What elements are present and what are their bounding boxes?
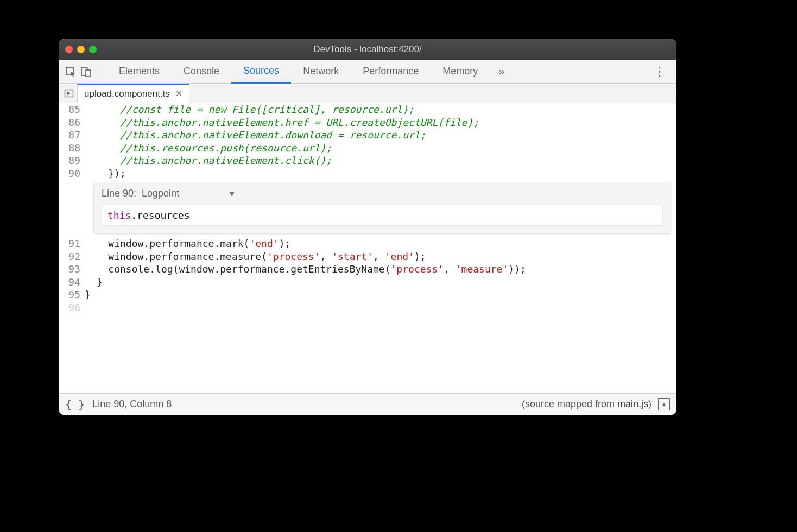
settings-menu-icon[interactable]: ⋮: [647, 65, 672, 79]
file-tab-strip: upload.component.ts ✕: [59, 84, 676, 103]
code-lines[interactable]: window.performance.mark('end'); window.p…: [85, 237, 676, 314]
tab-memory[interactable]: Memory: [431, 60, 490, 84]
code-block-top: 858687888990 //const file = new File([cr…: [59, 103, 676, 180]
navigator-toggle-icon[interactable]: [61, 84, 77, 103]
status-bar: { } Line 90, Column 8 (source mapped fro…: [59, 393, 676, 415]
close-window-button[interactable]: [65, 46, 73, 53]
minimize-window-button[interactable]: [77, 46, 85, 53]
tab-console[interactable]: Console: [172, 60, 231, 84]
source-map-info: (source mapped from main.js): [522, 398, 651, 410]
close-tab-icon[interactable]: ✕: [175, 88, 182, 99]
logpoint-line-label: Line 90:: [102, 188, 136, 199]
window-title: DevTools - localhost:4200/: [59, 44, 676, 55]
more-panels-icon[interactable]: »: [498, 65, 504, 78]
tab-network[interactable]: Network: [291, 60, 351, 84]
device-toolbar-icon[interactable]: [78, 64, 93, 79]
cursor-position: Line 90, Column 8: [92, 398, 172, 410]
line-gutter[interactable]: 858687888990: [59, 103, 85, 180]
tab-performance[interactable]: Performance: [351, 60, 431, 84]
breakpoint-type-label: Logpoint: [142, 188, 179, 199]
source-editor[interactable]: 858687888990 //const file = new File([cr…: [59, 103, 676, 393]
file-tab-name: upload.component.ts: [84, 88, 170, 99]
pretty-print-icon[interactable]: { }: [65, 398, 85, 411]
show-sidebar-icon[interactable]: [658, 398, 670, 410]
code-lines[interactable]: //const file = new File([critical], reso…: [85, 103, 676, 180]
file-tab[interactable]: upload.component.ts ✕: [77, 84, 189, 103]
code-block-bottom: 919293949596 window.performance.mark('en…: [59, 237, 676, 314]
tab-sources[interactable]: Sources: [231, 60, 291, 84]
toolbar-divider: [98, 65, 98, 78]
logpoint-this-token: this: [107, 210, 131, 221]
devtools-toolbar: ElementsConsoleSourcesNetworkPerformance…: [59, 60, 676, 84]
breakpoint-editor: Line 90: Logpoint ▼ this.resources: [93, 182, 671, 234]
tab-elements[interactable]: Elements: [107, 60, 172, 84]
breakpoint-type-dropdown[interactable]: Logpoint ▼: [142, 188, 236, 199]
inspect-element-icon[interactable]: [63, 64, 78, 79]
chevron-down-icon: ▼: [228, 189, 236, 198]
source-map-link[interactable]: main.js: [617, 398, 648, 409]
panel-tabs: ElementsConsoleSourcesNetworkPerformance…: [107, 60, 490, 84]
window-controls: [65, 46, 97, 53]
zoom-window-button[interactable]: [89, 46, 97, 53]
devtools-window: DevTools - localhost:4200/ ElementsConso…: [59, 39, 676, 415]
line-gutter[interactable]: 919293949596: [59, 237, 85, 314]
logpoint-rest-token: .resources: [131, 210, 189, 221]
logpoint-expression-input[interactable]: this.resources: [102, 205, 663, 226]
svg-rect-2: [86, 70, 90, 77]
titlebar[interactable]: DevTools - localhost:4200/: [59, 39, 676, 60]
